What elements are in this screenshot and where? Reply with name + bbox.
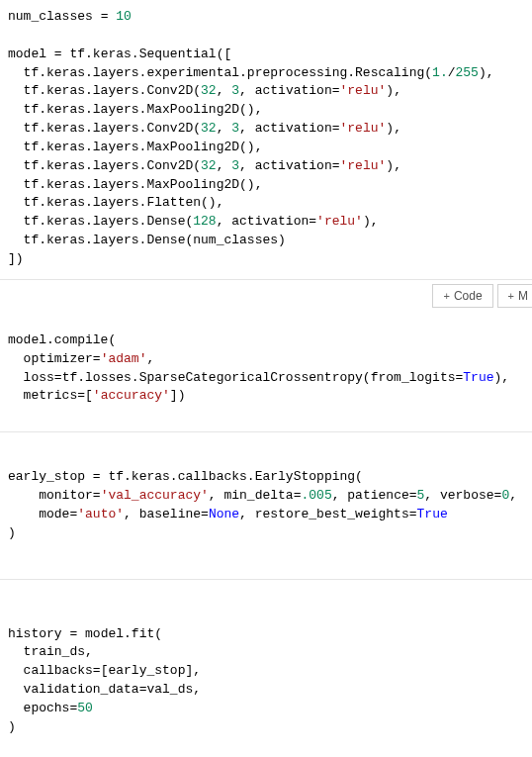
code-cell[interactable]: num_classes = 10 model = tf.keras.Sequen… <box>0 0 532 277</box>
code-content[interactable]: history = model.fit( train_ds, callbacks… <box>8 625 532 737</box>
notebook: num_classes = 10 model = tf.keras.Sequen… <box>0 0 532 745</box>
cell-separator <box>0 579 532 580</box>
code-content[interactable]: model.compile( optimizer='adam', loss=tf… <box>8 331 532 406</box>
add-markdown-label: M <box>518 289 528 303</box>
plus-icon: + <box>443 290 449 302</box>
code-content[interactable]: num_classes = 10 model = tf.keras.Sequen… <box>8 8 532 269</box>
add-code-label: Code <box>454 289 483 303</box>
add-cell-toolbar: + Code + M <box>0 280 532 312</box>
add-code-button[interactable]: + Code <box>432 284 492 308</box>
code-content[interactable]: early_stop = tf.keras.callbacks.EarlySto… <box>8 468 532 542</box>
code-cell[interactable]: early_stop = tf.keras.callbacks.EarlySto… <box>0 460 532 550</box>
plus-icon: + <box>508 290 514 302</box>
cell-separator <box>0 431 532 432</box>
add-markdown-button[interactable]: + M <box>497 284 532 308</box>
code-cell[interactable]: history = model.fit( train_ds, callbacks… <box>0 617 532 745</box>
code-cell[interactable]: model.compile( optimizer='adam', loss=tf… <box>0 314 532 414</box>
